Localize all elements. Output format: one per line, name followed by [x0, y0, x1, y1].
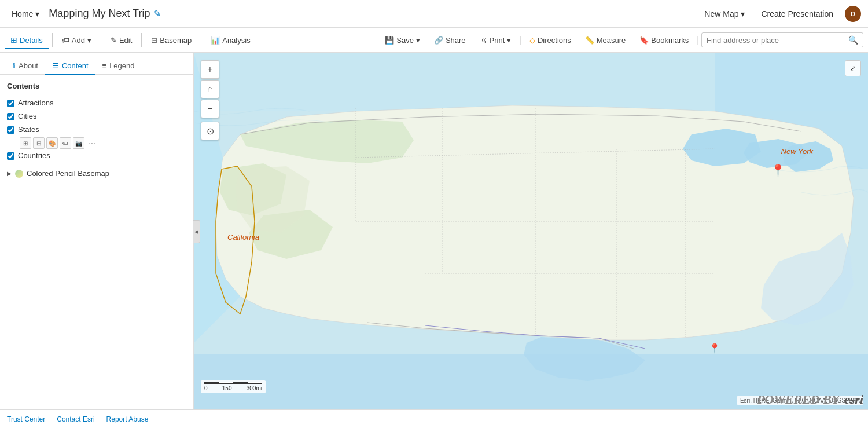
home-extent-button[interactable]: ⌂ [201, 80, 219, 98]
basemap-collapse-arrow[interactable]: ▶ [7, 170, 12, 177]
search-input[interactable] [707, 36, 846, 45]
edit-button[interactable]: ✎ Edit [105, 32, 138, 48]
scale-bar: 0 150 300mi [201, 380, 266, 393]
create-presentation-button[interactable]: Create Presentation [756, 7, 838, 21]
layer-item-countries: Countries [7, 149, 186, 162]
layer-checkbox-cities[interactable] [7, 113, 14, 120]
tab-content[interactable]: ☰ Content [45, 58, 95, 75]
print-dropdown-icon: ▾ [507, 36, 511, 45]
save-dropdown-icon: ▾ [416, 36, 420, 45]
legend-icon: ≡ [102, 61, 107, 70]
edit-icon: ✎ [111, 36, 117, 45]
toolbar-right: 💾 Save ▾ 🔗 Share 🖨 Print ▾ | ◇ Direction… [379, 32, 863, 48]
sidebar: ℹ About ☰ Content ≡ Legend Contents Attr… [0, 53, 194, 409]
about-icon: ℹ [13, 61, 16, 70]
layer-name-cities[interactable]: Cities [18, 112, 37, 120]
contact-esri-link[interactable]: Contact Esri [57, 415, 94, 423]
add-icon: 🏷 [62, 36, 69, 45]
basemap-name[interactable]: Colored Pencil Basemap [27, 169, 109, 178]
map-svg [194, 53, 868, 409]
sidebar-tabs: ℹ About ☰ Content ≡ Legend [0, 53, 193, 75]
states-icon-5[interactable]: 📷 [73, 137, 84, 149]
basemap-section: ▶ Colored Pencil Basemap [7, 167, 186, 180]
layer-name-attractions[interactable]: Attractions [18, 98, 53, 107]
layer-item-cities: Cities [7, 109, 186, 123]
add-button[interactable]: 🏷 Add ▾ [56, 32, 97, 48]
toolbar: ⊞ Details 🏷 Add ▾ ✎ Edit ⊟ Basemap 📊 Ana… [0, 28, 868, 53]
states-icon-1[interactable]: ⊞ [20, 137, 31, 149]
footer: Trust Center Contact Esri Report Abuse [0, 409, 868, 428]
bookmarks-button[interactable]: 🔖 Bookmarks [634, 32, 694, 48]
home-button[interactable]: Home ▾ [7, 7, 44, 21]
zoom-in-button[interactable]: + [201, 60, 219, 79]
new-map-dropdown-icon: ▾ [741, 9, 745, 19]
states-more-icon[interactable]: ··· [86, 137, 98, 149]
layer-name-countries[interactable]: Countries [18, 151, 50, 160]
search-box[interactable]: 🔍 [701, 32, 863, 47]
analysis-button[interactable]: 📊 Analysis [205, 32, 256, 48]
print-icon: 🖨 [480, 36, 487, 45]
layer-checkbox-countries[interactable] [7, 152, 14, 160]
map-area[interactable]: California New York 📍 📍 + ⌂ − ⊙ ⤢ 0 [194, 53, 868, 409]
top-bar: Home ▾ Mapping My Next Trip ✎ New Map ▾ … [0, 0, 868, 28]
separator-1 [52, 33, 53, 47]
edit-title-icon[interactable]: ✎ [153, 8, 161, 19]
save-button[interactable]: 💾 Save ▾ [379, 32, 426, 48]
save-icon: 💾 [385, 36, 394, 45]
new-map-label: New Map [704, 9, 738, 19]
basemap-item: ▶ Colored Pencil Basemap [7, 167, 186, 180]
basemap-icon: ⊟ [151, 36, 157, 45]
esri-logo: POWERED BY esri [757, 392, 863, 407]
measure-icon: 📏 [585, 36, 594, 45]
share-button[interactable]: 🔗 Share [428, 32, 472, 48]
search-icon: 🔍 [848, 35, 858, 45]
states-icon-2[interactable]: ⊟ [33, 137, 45, 149]
layer-item-states: States [7, 123, 186, 136]
top-right-actions: New Map ▾ Create Presentation D [700, 6, 861, 22]
separator-3 [141, 33, 142, 47]
basemap-dot [15, 170, 23, 178]
expand-map-button[interactable]: ⤢ [845, 60, 861, 76]
zoom-out-button[interactable]: − [201, 100, 219, 118]
trust-center-link[interactable]: Trust Center [7, 415, 45, 423]
tab-legend[interactable]: ≡ Legend [95, 58, 142, 75]
map-controls: + ⌂ − ⊙ [201, 60, 219, 140]
main-area: ℹ About ☰ Content ≡ Legend Contents Attr… [0, 53, 868, 409]
locate-button[interactable]: ⊙ [201, 122, 219, 140]
separator-4 [201, 33, 201, 47]
report-abuse-link[interactable]: Report Abuse [106, 415, 149, 423]
esri-brand: esri [844, 392, 863, 407]
layer-item-attractions: Attractions [7, 96, 186, 109]
directions-icon: ◇ [529, 36, 535, 45]
states-icon-3[interactable]: 🎨 [46, 137, 58, 149]
print-button[interactable]: 🖨 Print ▾ [474, 32, 517, 48]
home-dropdown-icon: ▾ [35, 9, 39, 19]
layer-name-states[interactable]: States [18, 125, 39, 134]
contents-title: Contents [7, 82, 186, 90]
states-icon-4[interactable]: 🏷 [60, 137, 71, 149]
share-icon: 🔗 [434, 36, 443, 45]
details-icon: ⊞ [10, 35, 17, 45]
layer-checkbox-states[interactable] [7, 126, 14, 134]
user-avatar[interactable]: D [845, 6, 861, 22]
measure-button[interactable]: 📏 Measure [579, 32, 632, 48]
home-label: Home [12, 9, 33, 19]
content-icon: ☰ [52, 61, 59, 70]
new-map-button[interactable]: New Map ▾ [700, 7, 749, 21]
bookmarks-icon: 🔖 [639, 36, 649, 45]
sidebar-content: Contents Attractions Cities States ⊞ ⊟ 🎨… [0, 75, 193, 409]
directions-button[interactable]: ◇ Directions [524, 32, 577, 48]
map-title-area: Mapping My Next Trip ✎ [49, 8, 161, 20]
basemap-button[interactable]: ⊟ Basemap [145, 32, 197, 48]
analysis-icon: 📊 [211, 36, 220, 45]
details-button[interactable]: ⊞ Details [5, 32, 49, 49]
states-layer-icons: ⊞ ⊟ 🎨 🏷 📷 ··· [20, 137, 186, 149]
map-title-text: Mapping My Next Trip [49, 8, 150, 20]
scale-labels: 0 150 300mi [204, 385, 262, 392]
sidebar-collapse-handle[interactable]: ◀ [193, 220, 200, 243]
add-dropdown-icon: ▾ [87, 36, 91, 45]
layer-checkbox-attractions[interactable] [7, 100, 14, 107]
scale-bar-line [204, 382, 262, 384]
separator-2 [101, 33, 101, 47]
tab-about[interactable]: ℹ About [6, 58, 45, 75]
